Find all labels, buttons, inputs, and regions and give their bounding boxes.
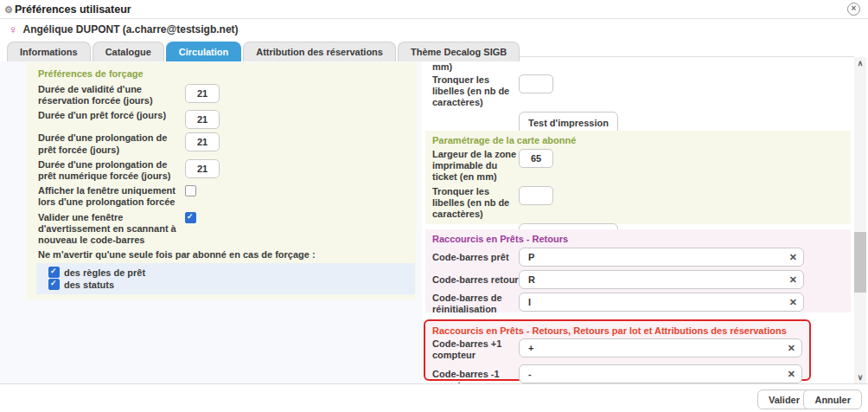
input-wrap: ✕ bbox=[519, 364, 802, 383]
field-label: Durée d'un prêt forcé (jours) bbox=[38, 110, 185, 121]
field-label: Code-barres -1 compteur bbox=[432, 369, 519, 384]
titlebar: ⚙ Préférences utilisateur bbox=[0, 0, 868, 19]
field-row: Tronquer les libelles (en nb de caractèr… bbox=[432, 74, 844, 108]
field-row: Code-barres retour ✕ bbox=[432, 270, 844, 289]
checkbox-label: Afficher la fenêtre uniquement lors d'un… bbox=[38, 185, 185, 208]
tab-informations[interactable]: Informations bbox=[7, 42, 91, 61]
input-wrap: ✕ bbox=[519, 248, 804, 267]
clear-icon[interactable]: ✕ bbox=[788, 368, 795, 380]
card-truncate-labels-input[interactable] bbox=[519, 186, 553, 205]
field-label: Code-barres retour bbox=[432, 274, 519, 286]
tab-attribution-reservations[interactable]: Attribution des réservations bbox=[243, 42, 396, 61]
forced-loan-duration-input[interactable] bbox=[185, 110, 220, 129]
option-row: des règles de prêt bbox=[48, 267, 415, 278]
preferences-icon: ⚙ bbox=[4, 4, 13, 15]
checkbox-label: Valider une fenêtre d'avertissement en s… bbox=[38, 212, 185, 247]
scrollbar-thumb[interactable] bbox=[854, 232, 866, 293]
warn-once-options: des règles de prêt des statuts bbox=[36, 263, 415, 294]
field-row: Code-barres +1 compteur ✕ bbox=[432, 338, 802, 361]
tab-theme-decalog[interactable]: Thème Decalog SIGB bbox=[398, 42, 520, 61]
scroll-down-icon[interactable]: ∨ bbox=[854, 371, 866, 383]
ticket-section-partial: mm) Tronquer les libelles (en nb de cara… bbox=[425, 57, 851, 138]
user-name: Angélique DUPONT (a.charre@testsigb.net) bbox=[23, 23, 239, 35]
field-row: Tronquer les libelles (en nb de caractèr… bbox=[432, 186, 844, 220]
forced-digital-extension-duration-input[interactable] bbox=[185, 159, 220, 178]
input-wrap: ✕ bbox=[519, 338, 802, 357]
forcing-preferences-section: Préférences de forçage Durée de validité… bbox=[26, 62, 417, 299]
clear-icon[interactable]: ✕ bbox=[789, 296, 797, 308]
loans-returns-shortcuts-section: Raccourcis en Prêts - Retours Code-barre… bbox=[425, 229, 851, 312]
field-label: Durée d'une prolongation de prêt forcée … bbox=[38, 132, 185, 155]
section-title-shortcuts: Raccourcis en Prêts - Retours bbox=[432, 234, 844, 244]
option-row: des statuts bbox=[48, 279, 415, 290]
option-label: des règles de prêt bbox=[64, 267, 145, 278]
scroll-up-icon[interactable]: ∧ bbox=[854, 57, 866, 69]
field-label: Largeur de la zone imprimable du ticket … bbox=[432, 149, 519, 183]
counter-shortcuts-section: Raccourcis en Prêts - Retours, Retours p… bbox=[424, 319, 811, 381]
clear-icon[interactable]: ✕ bbox=[789, 251, 797, 263]
field-label: Code-barres prêt bbox=[432, 252, 519, 263]
counter-minus-one-barcode-input[interactable] bbox=[519, 364, 802, 383]
field-label: Tronquer les libelles (en nb de caractèr… bbox=[432, 186, 519, 220]
input-wrap: ✕ bbox=[519, 293, 804, 312]
clear-icon[interactable]: ✕ bbox=[788, 342, 795, 354]
section-title-counter-shortcuts: Raccourcis en Prêts - Retours, Retours p… bbox=[432, 325, 802, 336]
field-row: Durée d'un prêt forcé (jours) bbox=[38, 110, 408, 129]
user-row: ♀ Angélique DUPONT (a.charre@testsigb.ne… bbox=[9, 22, 239, 37]
cancel-button[interactable]: Annuler bbox=[803, 389, 862, 409]
truncated-label: mm) bbox=[432, 61, 844, 72]
tab-bar: Informations Catalogue Circulation Attri… bbox=[7, 42, 520, 61]
field-row: Durée de validité d'une réservation forc… bbox=[38, 84, 408, 106]
clear-icon[interactable]: ✕ bbox=[789, 274, 797, 286]
return-barcode-input[interactable] bbox=[519, 270, 804, 289]
warn-once-label: Ne m'avertir qu'une seule fois par abonn… bbox=[38, 249, 408, 261]
checkbox-row: Afficher la fenêtre uniquement lors d'un… bbox=[38, 185, 408, 208]
field-label: Code-barres +1 compteur bbox=[432, 338, 519, 361]
vertical-scrollbar[interactable]: ∧ ∨ bbox=[854, 57, 866, 383]
input-wrap: ✕ bbox=[519, 270, 804, 289]
member-card-section: Paramétrage de la carte abonné Largeur d… bbox=[425, 131, 851, 224]
section-title-forcing: Préférences de forçage bbox=[38, 68, 408, 79]
option-label: des statuts bbox=[64, 280, 114, 290]
dialog-title: Préférences utilisateur bbox=[15, 3, 131, 16]
scrollable-settings-area: mm) Tronquer les libelles (en nb de cara… bbox=[422, 56, 854, 384]
field-label: Tronquer les libelles (en nb de caractèr… bbox=[432, 74, 519, 108]
field-label: Code-barres de réinitialisation bbox=[432, 293, 519, 315]
forced-reservation-duration-input[interactable] bbox=[185, 84, 220, 103]
tab-circulation[interactable]: Circulation bbox=[166, 42, 241, 61]
checkbox-row: Valider une fenêtre d'avertissement en s… bbox=[38, 212, 408, 247]
counter-plus-one-barcode-input[interactable] bbox=[519, 338, 802, 357]
female-gender-icon: ♀ bbox=[9, 23, 18, 35]
field-label: Durée d'une prolongation de prêt numériq… bbox=[38, 159, 185, 182]
field-row: Code-barres prêt ✕ bbox=[432, 248, 844, 267]
field-row: Code-barres -1 compteur ✕ bbox=[432, 364, 802, 384]
ticket-truncate-labels-input[interactable] bbox=[519, 74, 553, 93]
validate-warning-rescan-checkbox[interactable] bbox=[185, 212, 196, 223]
statuses-checkbox[interactable] bbox=[48, 279, 60, 290]
field-label: Durée de validité d'une réservation forc… bbox=[38, 84, 185, 106]
show-window-only-extension-checkbox[interactable] bbox=[185, 185, 196, 196]
forced-extension-duration-input[interactable] bbox=[185, 132, 220, 151]
tab-catalogue[interactable]: Catalogue bbox=[93, 42, 164, 61]
field-row: Durée d'une prolongation de prêt numériq… bbox=[38, 159, 408, 182]
reset-barcode-input[interactable] bbox=[519, 293, 804, 312]
close-icon[interactable]: × bbox=[847, 3, 860, 16]
field-row: Durée d'une prolongation de prêt forcée … bbox=[38, 132, 408, 155]
section-title-member-card: Paramétrage de la carte abonné bbox=[432, 135, 844, 145]
loan-barcode-input[interactable] bbox=[519, 248, 804, 267]
card-printable-width-input[interactable] bbox=[519, 149, 553, 168]
loan-rules-checkbox[interactable] bbox=[48, 267, 60, 278]
field-row: Largeur de la zone imprimable du ticket … bbox=[432, 149, 844, 183]
field-row: Code-barres de réinitialisation ✕ bbox=[432, 293, 844, 315]
footer-divider bbox=[0, 383, 868, 384]
